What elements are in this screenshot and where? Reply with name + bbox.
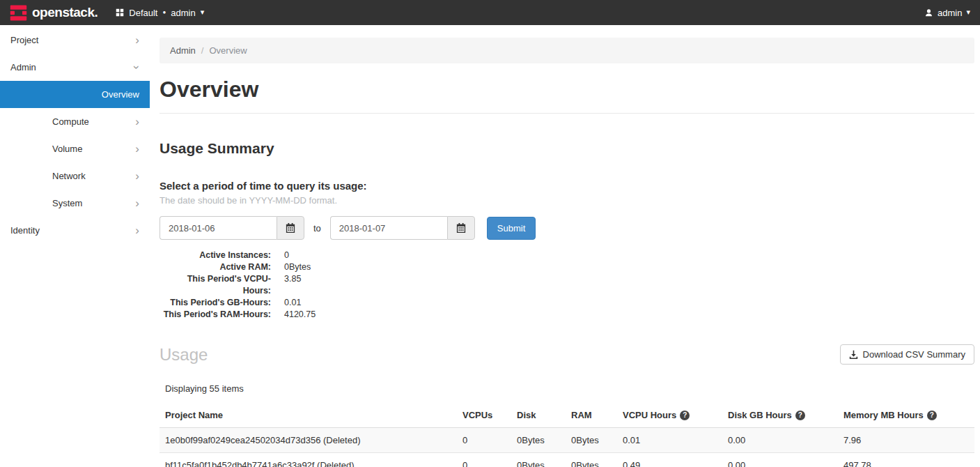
brand-text: openstack. (32, 5, 98, 20)
breadcrumb: Admin / Overview (160, 38, 974, 63)
chevron-down-icon: › (132, 66, 143, 70)
user-menu[interactable]: admin ▾ (924, 8, 970, 18)
table-header-row: Project Name VCPUs Disk RAM VCPU Hours? … (160, 403, 974, 428)
cell-disk-gb-hours: 0.00 (722, 453, 838, 467)
sidebar-item-label: Project (10, 35, 38, 45)
cell-vcpus: 0 (457, 453, 511, 467)
col-project-name: Project Name (160, 403, 457, 428)
main-content: Admin / Overview Overview Usage Summary … (150, 25, 980, 467)
sidebar-item-label: Volume (52, 144, 82, 154)
help-icon[interactable]: ? (680, 411, 690, 420)
stat-value: 4120.75 (284, 309, 316, 321)
cell-disk: 0Bytes (511, 453, 566, 467)
cell-project-name: bf11c5fa0f1b452db4b7741a6c33a92f (Delete… (160, 453, 457, 467)
cell-project-name: 1e0b0f99af0249cea24502034d73d356 (Delete… (160, 428, 457, 453)
sidebar-item-identity[interactable]: Identity › (0, 217, 150, 244)
cell-ram: 0Bytes (566, 453, 617, 467)
download-csv-button[interactable]: Download CSV Summary (840, 344, 974, 365)
sidebar-item-label: Network (52, 171, 86, 181)
date-from-input[interactable] (160, 216, 277, 240)
date-from-group (160, 216, 304, 240)
calendar-icon (286, 223, 295, 233)
sidebar-item-label: Compute (52, 116, 89, 127)
stat-active-instances: Active Instances: 0 (160, 250, 974, 261)
cell-memory-mb-hours: 7.96 (838, 428, 974, 453)
calendar-icon (456, 223, 466, 233)
chevron-right-icon: › (135, 197, 139, 209)
usage-stats: Active Instances: 0 Active RAM: 0Bytes T… (160, 250, 974, 321)
cell-vcpu-hours: 0.49 (617, 453, 722, 467)
sidebar-item-project[interactable]: Project › (0, 26, 150, 54)
chevron-right-icon: › (135, 170, 139, 182)
download-icon (849, 350, 858, 359)
chevron-right-icon: › (135, 143, 139, 155)
cell-disk: 0Bytes (511, 428, 566, 453)
chevron-right-icon: › (135, 116, 139, 128)
sidebar-item-overview[interactable]: Overview (0, 81, 150, 108)
page-title: Overview (160, 77, 974, 102)
domain-label: Default (129, 8, 157, 18)
sidebar-item-system[interactable]: System › (0, 190, 150, 217)
sidebar: Project › Admin › Overview Compute › Vol… (0, 25, 150, 467)
domain-project-switcher[interactable]: Default ● admin ▾ (116, 8, 204, 18)
stat-value: 0Bytes (284, 261, 311, 273)
date-period-prompt: Select a period of time to query its usa… (160, 180, 974, 192)
stat-active-ram: Active RAM: 0Bytes (160, 261, 974, 273)
to-label: to (313, 223, 321, 234)
col-ram: RAM (566, 403, 617, 428)
download-csv-label: Download CSV Summary (863, 349, 965, 360)
caret-down-icon: ▾ (966, 8, 970, 17)
date-to-group (330, 216, 475, 240)
table-row: 1e0b0f99af0249cea24502034d73d356 (Delete… (160, 428, 974, 453)
sidebar-item-network[interactable]: Network › (0, 162, 150, 190)
project-label: admin (171, 8, 195, 18)
stat-value: 3.85 (284, 273, 301, 297)
sidebar-item-label: System (52, 198, 82, 208)
sidebar-item-volume[interactable]: Volume › (0, 135, 150, 162)
openstack-logo-icon (10, 4, 27, 22)
date-from-calendar-button[interactable] (277, 216, 304, 240)
user-label: admin (938, 8, 962, 18)
sidebar-item-compute[interactable]: Compute › (0, 108, 150, 135)
cell-memory-mb-hours: 497.78 (838, 453, 974, 467)
col-memory-mb-hours: Memory MB Hours? (838, 403, 974, 428)
stat-label: Active RAM: (160, 261, 271, 273)
table-row: bf11c5fa0f1b452db4b7741a6c33a92f (Delete… (160, 453, 974, 467)
stat-label: Active Instances: (160, 250, 271, 261)
cell-vcpus: 0 (457, 428, 511, 453)
col-disk: Disk (511, 403, 566, 428)
caret-down-icon: ▾ (201, 8, 205, 17)
cell-ram: 0Bytes (566, 428, 617, 453)
usage-summary-heading: Usage Summary (160, 140, 974, 157)
date-to-input[interactable] (330, 216, 447, 240)
stat-label: This Period's VCPU-Hours: (160, 273, 271, 297)
help-icon[interactable]: ? (927, 411, 937, 420)
stat-label: This Period's GB-Hours: (160, 297, 271, 309)
help-icon[interactable]: ? (795, 411, 805, 420)
items-count: Displaying 55 items (165, 383, 974, 394)
breadcrumb-admin[interactable]: Admin (170, 45, 196, 56)
top-navbar: openstack. Default ● admin ▾ admin ▾ (0, 0, 980, 25)
usage-table-header-row: Usage Download CSV Summary (160, 344, 974, 365)
domain-icon (116, 8, 124, 17)
sidebar-item-admin[interactable]: Admin › (0, 54, 150, 81)
stat-ram-hours: This Period's RAM-Hours: 4120.75 (160, 309, 974, 321)
usage-heading: Usage (160, 345, 208, 365)
stat-label: This Period's RAM-Hours: (160, 309, 271, 321)
date-format-hint: The date should be in YYYY-MM-DD format. (160, 195, 974, 206)
openstack-brand[interactable]: openstack. (10, 4, 98, 22)
date-to-calendar-button[interactable] (447, 216, 475, 240)
chevron-right-icon: › (135, 34, 139, 46)
stat-vcpu-hours: This Period's VCPU-Hours: 3.85 (160, 273, 974, 297)
cell-vcpu-hours: 0.01 (617, 428, 722, 453)
bullet-separator-icon: ● (162, 9, 166, 15)
breadcrumb-current: Overview (209, 45, 247, 56)
stat-value: 0 (284, 250, 289, 261)
stat-value: 0.01 (284, 297, 301, 309)
user-icon (924, 8, 933, 17)
title-divider (160, 113, 974, 114)
breadcrumb-separator: / (201, 45, 204, 56)
chevron-right-icon: › (135, 224, 139, 236)
col-vcpus: VCPUs (457, 403, 511, 428)
submit-button[interactable]: Submit (487, 217, 536, 240)
